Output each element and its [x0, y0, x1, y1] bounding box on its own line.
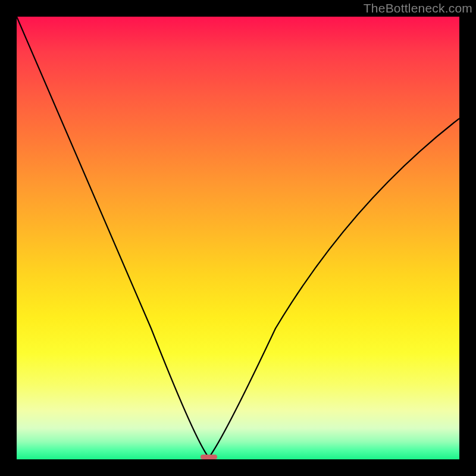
watermark-text: TheBottleneck.com	[364, 1, 472, 15]
min-marker	[201, 455, 217, 459]
plot-area	[17, 17, 459, 459]
chart-frame: TheBottleneck.com	[0, 0, 476, 476]
bottleneck-curve	[17, 17, 459, 459]
curve-path	[17, 17, 459, 458]
